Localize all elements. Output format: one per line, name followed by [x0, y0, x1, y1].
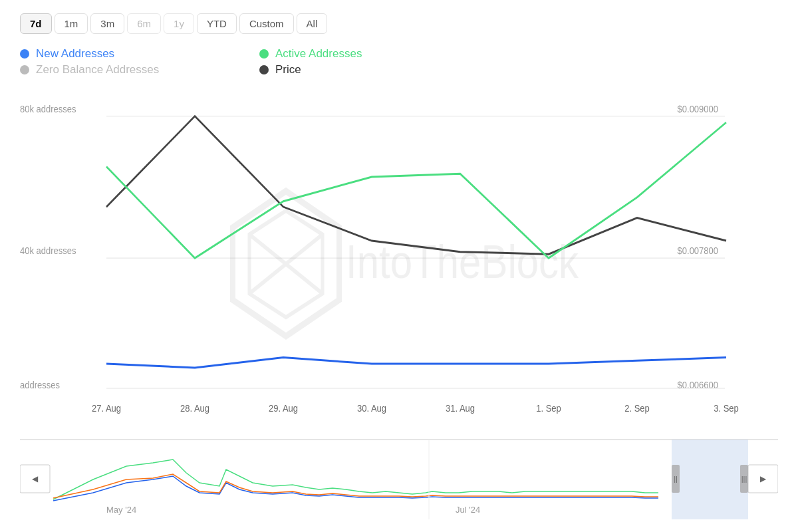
time-range-selector: 7d1m3m6m1yYTDCustomAll — [20, 13, 778, 34]
legend-item: New Addresses — [20, 47, 246, 61]
legend-item: Price — [259, 63, 485, 76]
legend-dot — [20, 65, 29, 74]
time-btn-1y: 1y — [164, 13, 194, 34]
svg-text:$0.006600: $0.006600 — [678, 379, 718, 390]
svg-text:2. Sep: 2. Sep — [624, 402, 650, 414]
legend-label: Zero Balance Addresses — [36, 63, 159, 76]
time-btn-custom[interactable]: Custom — [239, 13, 294, 34]
legend-dot — [259, 65, 269, 74]
navigator-svg: ◀ ▶ || ||| May '24 — [20, 440, 778, 519]
legend-label: Price — [275, 63, 301, 76]
svg-text:$0.009000: $0.009000 — [678, 103, 718, 114]
chart-legend: New AddressesActive AddressesZero Balanc… — [20, 47, 485, 76]
time-btn-6m: 6m — [127, 13, 161, 34]
main-container: 7d1m3m6m1yYTDCustomAll New AddressesActi… — [0, 0, 798, 532]
time-btn-ytd[interactable]: YTD — [197, 13, 237, 34]
svg-text:||: || — [674, 475, 678, 483]
svg-text:30. Aug: 30. Aug — [357, 402, 386, 414]
time-btn-3m[interactable]: 3m — [90, 13, 124, 34]
legend-label: Active Addresses — [275, 47, 362, 61]
chart-area: 80k addresses 40k addresses addresses $0… — [20, 96, 778, 519]
legend-item: Active Addresses — [259, 47, 485, 61]
svg-text:28. Aug: 28. Aug — [180, 402, 209, 414]
legend-item: Zero Balance Addresses — [20, 63, 246, 76]
legend-dot — [259, 49, 269, 59]
svg-rect-28 — [672, 440, 748, 519]
svg-text:May '24: May '24 — [106, 505, 136, 515]
time-btn-all[interactable]: All — [297, 13, 328, 34]
svg-text:$0.007800: $0.007800 — [678, 245, 718, 256]
time-btn-1m[interactable]: 1m — [55, 13, 88, 34]
svg-text:▶: ▶ — [760, 474, 767, 483]
chart-svg: 80k addresses 40k addresses addresses $0… — [20, 96, 778, 436]
svg-text:40k addresses: 40k addresses — [20, 245, 76, 256]
time-btn-7d[interactable]: 7d — [20, 13, 52, 34]
svg-text:◀: ◀ — [32, 474, 39, 483]
svg-text:27. Aug: 27. Aug — [92, 402, 121, 414]
legend-dot — [20, 49, 29, 59]
svg-text:31. Aug: 31. Aug — [446, 402, 475, 414]
svg-text:|||: ||| — [741, 475, 747, 483]
svg-text:3. Sep: 3. Sep — [714, 402, 739, 414]
navigator: ◀ ▶ || ||| May '24 — [20, 439, 778, 519]
svg-text:1. Sep: 1. Sep — [536, 402, 561, 414]
svg-text:addresses: addresses — [20, 379, 60, 390]
svg-text:Jul '24: Jul '24 — [456, 505, 480, 515]
svg-text:80k addresses: 80k addresses — [20, 103, 76, 114]
main-chart: 80k addresses 40k addresses addresses $0… — [20, 96, 778, 436]
svg-text:29. Aug: 29. Aug — [269, 402, 298, 414]
legend-label: New Addresses — [36, 47, 114, 61]
